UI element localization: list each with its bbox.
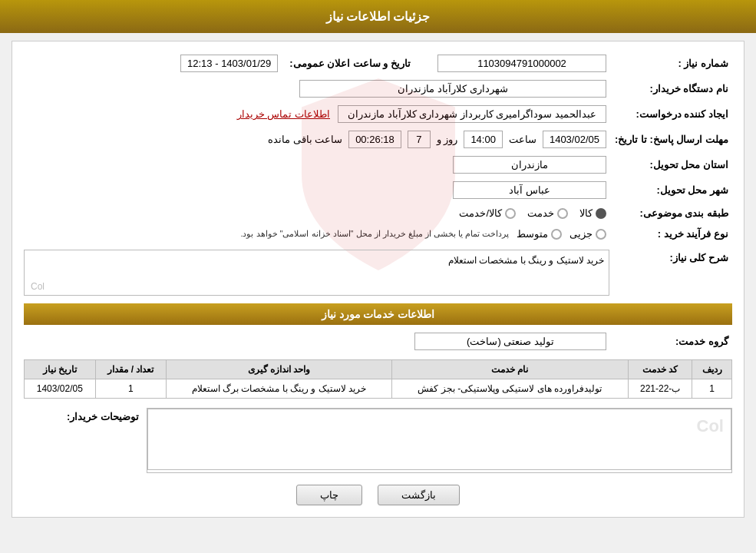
buyer-desc-textarea[interactable] bbox=[147, 409, 731, 470]
city-label: شهر محل تحویل: bbox=[609, 182, 732, 198]
category-option-kala-khedmat[interactable]: کالا/خدمت bbox=[459, 207, 516, 219]
category-option-khedmat[interactable]: خدمت bbox=[527, 207, 568, 219]
buyer-desc-box: Col bbox=[147, 408, 732, 473]
cell-code: ب-22-221 bbox=[628, 379, 692, 399]
requester-link[interactable]: اطلاعات تماس خریدار bbox=[237, 108, 330, 120]
radio-jozi-label: جزیی bbox=[569, 228, 593, 240]
buyer-org-row: نام دستگاه خریدار: شهرداری کلارآباد مازن… bbox=[24, 78, 732, 99]
radio-kala-label: کالا bbox=[579, 207, 593, 219]
category-label: طبقه بندی موضوعی: bbox=[609, 205, 732, 221]
col-header-rownum: ردیف bbox=[692, 360, 732, 379]
category-row: طبقه بندی موضوعی: کالا خدمت bbox=[24, 205, 732, 221]
col-header-date: تاریخ نیاز bbox=[25, 360, 96, 379]
category-option-kala[interactable]: کالا bbox=[579, 207, 606, 219]
radio-kala-khedmat-circle bbox=[505, 208, 516, 219]
radio-khedmat-circle bbox=[557, 208, 568, 219]
announce-date-value: 1403/01/29 - 12:13 bbox=[180, 55, 278, 72]
services-table: ردیف کد خدمت نام خدمت واحد اندازه گیری ت… bbox=[24, 359, 732, 399]
col-header-unit: واحد اندازه گیری bbox=[167, 360, 392, 379]
process-row: نوع فرآیند خرید : جزیی متوسط پرداخت تمام… bbox=[24, 226, 732, 242]
process-option-jozi[interactable]: جزیی bbox=[569, 228, 606, 240]
need-number-label: شماره نیاز : bbox=[609, 55, 732, 71]
category-radio-group: کالا خدمت کالا/خدمت bbox=[27, 207, 606, 219]
cell-qty: 1 bbox=[95, 379, 167, 399]
process-option-motavasset[interactable]: متوسط bbox=[517, 228, 562, 240]
reply-remaining: 00:26:18 bbox=[348, 131, 401, 148]
table-header-row: ردیف کد خدمت نام خدمت واحد اندازه گیری ت… bbox=[25, 360, 732, 379]
reply-deadline-row: مهلت ارسال پاسخ: تا تاریخ: 1403/02/05 سا… bbox=[24, 129, 732, 150]
service-group-value: تولید صنعتی (ساخت) bbox=[414, 333, 606, 350]
requester-value: عبدالحمید سوداگرامیری کاربرداز شهرداری ک… bbox=[338, 105, 606, 123]
radio-khedmat-label: خدمت bbox=[527, 207, 554, 219]
buyer-desc-section: Col توضیحات خریدار: bbox=[24, 408, 732, 473]
city-value: عباس آباد bbox=[453, 181, 606, 199]
cell-name: تولیدفراورده های لاستیکی وپلاستیکی- بجز … bbox=[391, 379, 628, 399]
general-desc-section: Col خرید لاستیک و رینگ با مشخصات استعلام bbox=[24, 250, 609, 296]
announce-date-label: تاریخ و ساعت اعلان عمومی: bbox=[286, 55, 414, 71]
reply-deadline-label: مهلت ارسال پاسخ: تا تاریخ: bbox=[609, 131, 732, 147]
reply-days: 7 bbox=[408, 131, 431, 148]
general-desc-wrapper: Col خرید لاستیک و رینگ با مشخصات استعلام bbox=[24, 250, 609, 296]
table-row: 1 ب-22-221 تولیدفراورده های لاستیکی وپلا… bbox=[25, 379, 732, 399]
process-note: پرداخت تمام یا بخشی از مبلغ خریدار از مح… bbox=[240, 229, 509, 239]
print-button[interactable]: چاپ bbox=[296, 485, 362, 505]
buyer-desc-label: توضیحات خریدار: bbox=[24, 408, 147, 425]
buyer-org-value: شهرداری کلارآباد مازندران bbox=[299, 80, 606, 98]
col-label-buyer: Col bbox=[697, 416, 724, 436]
radio-kala-circle bbox=[596, 208, 606, 219]
reply-time-label: ساعت bbox=[509, 134, 536, 145]
service-group-label: گروه خدمت: bbox=[609, 333, 732, 349]
requester-row: ایجاد کننده درخواست: عبدالحمید سوداگرامی… bbox=[24, 104, 732, 124]
general-desc-value[interactable]: خرید لاستیک و رینگ با مشخصات استعلام bbox=[25, 250, 609, 293]
city-row: شهر محل تحویل: عباس آباد bbox=[24, 180, 732, 200]
province-row: استان محل تحویل: مازندران bbox=[24, 154, 732, 175]
radio-motavasset-circle bbox=[551, 229, 562, 240]
page-header: جزئیات اطلاعات نیاز bbox=[0, 0, 756, 33]
reply-days-label: روز و bbox=[437, 134, 458, 145]
header-title: جزئیات اطلاعات نیاز bbox=[326, 10, 431, 23]
need-number-row: شماره نیاز : 1103094791000002 تاریخ و سا… bbox=[24, 53, 732, 74]
col-header-code: کد خدمت bbox=[628, 360, 692, 379]
reply-remaining-label: ساعت باقی مانده bbox=[268, 134, 342, 145]
province-label: استان محل تحویل: bbox=[609, 157, 732, 173]
action-buttons: بازگشت چاپ bbox=[24, 485, 732, 505]
radio-kala-khedmat-label: کالا/خدمت bbox=[459, 207, 502, 219]
reply-date: 1403/02/05 bbox=[543, 131, 606, 148]
back-button[interactable]: بازگشت bbox=[378, 485, 460, 505]
cell-date: 1403/02/05 bbox=[25, 379, 96, 399]
cell-unit: خرید لاستیک و رینگ با مشخصات برگ استعلام bbox=[167, 379, 392, 399]
service-group-row: گروه خدمت: تولید صنعتی (ساخت) bbox=[24, 331, 732, 352]
cell-rownum: 1 bbox=[692, 379, 732, 399]
reply-time: 14:00 bbox=[464, 131, 503, 148]
col-header-qty: تعداد / مقدار bbox=[95, 360, 167, 379]
process-options: جزیی متوسط پرداخت تمام یا بخشی از مبلغ خ… bbox=[27, 228, 606, 240]
col-header-name: نام خدمت bbox=[391, 360, 628, 379]
buyer-desc-wrapper: Col bbox=[147, 408, 732, 473]
radio-motavasset-label: متوسط bbox=[517, 228, 548, 240]
radio-jozi-circle bbox=[596, 229, 606, 240]
general-desc-label: شرح کلی نیاز: bbox=[609, 250, 732, 266]
process-label: نوع فرآیند خرید : bbox=[609, 226, 732, 242]
buyer-org-label: نام دستگاه خریدار: bbox=[609, 81, 732, 97]
services-section-title: اطلاعات خدمات مورد نیاز bbox=[24, 303, 732, 325]
requester-label: ایجاد کننده درخواست: bbox=[609, 106, 732, 122]
need-number-value: 1103094791000002 bbox=[437, 55, 606, 72]
province-value: مازندران bbox=[453, 156, 606, 174]
